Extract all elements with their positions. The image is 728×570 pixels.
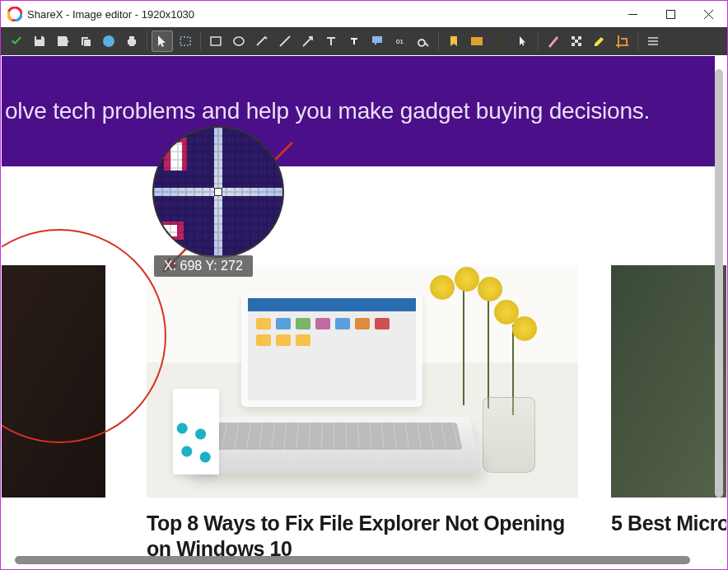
cursor-overlay-icon[interactable]	[512, 30, 534, 52]
copy-icon[interactable]	[75, 30, 96, 52]
apply-icon[interactable]	[6, 30, 27, 52]
article-thumbnail	[611, 265, 726, 498]
window-title: ShareX - Image editor - 1920x1030	[27, 8, 194, 21]
text-box-icon[interactable]	[343, 30, 365, 52]
svg-rect-4	[666, 10, 674, 18]
toolbar-separator	[438, 32, 439, 50]
magnifier-lens[interactable]	[152, 126, 284, 258]
pixelate-icon[interactable]	[566, 30, 587, 52]
app-icon	[7, 7, 22, 21]
ellipse-draw-icon[interactable]	[228, 30, 250, 52]
step-counter-icon[interactable]: 01	[390, 30, 411, 52]
line-icon[interactable]	[274, 30, 296, 52]
arrow-icon[interactable]	[297, 30, 319, 52]
magnify-tool-icon[interactable]	[413, 30, 434, 52]
print-icon[interactable]	[121, 30, 142, 52]
toolbar-separator	[200, 32, 201, 50]
svg-text:01: 01	[396, 38, 404, 45]
freehand-draw-icon[interactable]	[251, 30, 273, 52]
article-card: 5 Best Microsoft Android	[611, 265, 726, 536]
article-headline: roid to	[2, 511, 105, 536]
blur-icon[interactable]	[543, 30, 564, 52]
save-icon[interactable]	[29, 30, 50, 52]
close-button[interactable]	[689, 2, 727, 26]
toolbar-separator	[147, 32, 147, 50]
upload-icon[interactable]	[98, 30, 119, 52]
annotation-ellipse[interactable]	[2, 229, 166, 443]
toolbar: 01	[1, 27, 727, 55]
speech-bubble-icon[interactable]	[366, 30, 388, 52]
minimize-button[interactable]	[614, 2, 651, 26]
highlight-icon[interactable]	[589, 30, 610, 52]
toolbar-separator	[538, 32, 539, 50]
options-icon[interactable]	[642, 30, 664, 52]
maximize-button[interactable]	[651, 2, 689, 26]
image-insert-icon[interactable]	[466, 30, 488, 52]
crop-icon[interactable]	[612, 30, 633, 52]
article-card: Top 8 Ways to Fix File Explorer Not Open…	[147, 265, 578, 563]
sticker-icon[interactable]	[443, 30, 464, 52]
text-outline-icon[interactable]	[320, 30, 342, 52]
article-headline: 5 Best Microsoft Android	[611, 511, 726, 536]
horizontal-scrollbar[interactable]	[15, 555, 707, 565]
cursor-select-icon[interactable]	[152, 30, 173, 52]
save-as-icon[interactable]	[52, 30, 73, 52]
rectangle-draw-icon[interactable]	[205, 30, 226, 52]
rectangle-region-icon[interactable]	[175, 30, 196, 52]
toolbar-separator	[637, 32, 638, 50]
title-bar: ShareX - Image editor - 1920x1030	[1, 1, 727, 27]
article-thumbnail	[147, 265, 578, 498]
emoji-icon[interactable]	[489, 30, 511, 52]
coordinate-readout: X: 698 Y: 272	[154, 255, 253, 277]
page-header-band: olve tech problems and help you make gad…	[2, 56, 715, 166]
vertical-scrollbar[interactable]	[713, 58, 725, 540]
tagline-text: olve tech problems and help you make gad…	[2, 98, 650, 124]
canvas-area[interactable]: olve tech problems and help you make gad…	[2, 56, 726, 568]
